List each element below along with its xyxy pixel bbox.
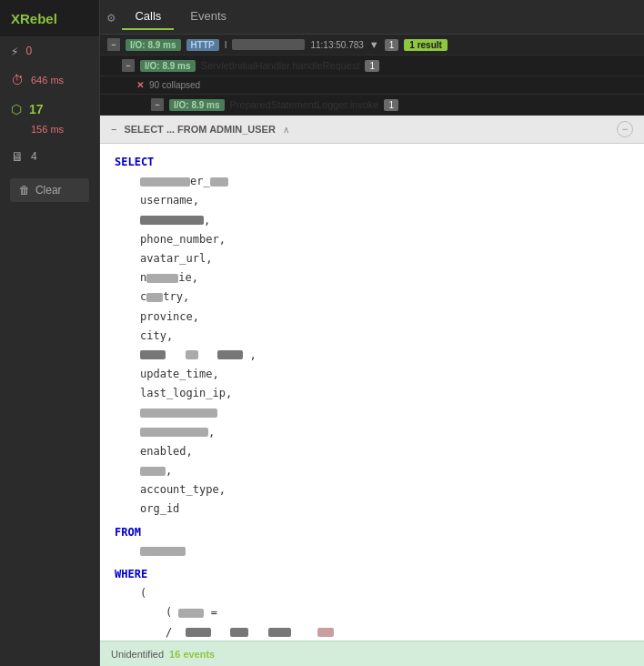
toggle-0[interactable]: − <box>107 38 120 51</box>
collapse-button[interactable]: − <box>617 121 633 137</box>
sql-code: SELECT er_ username, , phone_number, ava… <box>100 144 644 641</box>
handler-1: ServletInitialHandler.handleRequest <box>201 60 360 71</box>
handler-2: PreparedStatementLogger.invoke <box>230 99 379 110</box>
blur-country <box>146 293 163 302</box>
field-invite-time: , <box>115 423 629 442</box>
blur-val-3 <box>268 628 291 637</box>
main-content: ⚙ Calls Events − I/O: 8.9 ms HTTP I 11:1… <box>100 0 644 666</box>
monitor-icon: 🖥 <box>11 149 24 164</box>
field-country: ctry, <box>115 288 629 307</box>
count-0: 1 <box>385 39 399 51</box>
timer-value: 646 ms <box>31 75 64 86</box>
where-values: / <box>115 623 629 641</box>
field-last-login-ip: last_login_ip, <box>115 384 629 403</box>
chevron-icon: ∧ <box>283 125 289 135</box>
logo-x: X <box>11 11 20 26</box>
trace-row-2[interactable]: − I/O: 8.9 ms PreparedStatementLogger.in… <box>100 95 644 116</box>
sidebar-item-database[interactable]: ⬡ 17 156 ms <box>0 95 99 142</box>
database-icon: ⬡ <box>11 102 22 116</box>
badge-http-0: HTTP <box>186 39 219 51</box>
from-table <box>115 542 629 561</box>
field-name: nie, <box>115 268 629 288</box>
clear-label: Clear <box>35 184 62 197</box>
method-initial: I <box>225 40 227 50</box>
db-time-row: 156 ms <box>11 124 64 135</box>
trace-area: − I/O: 8.9 ms HTTP I 11:13:50.783 ▼ 1 1 … <box>100 35 644 641</box>
field-province: province, <box>115 308 629 327</box>
collapsed-label: 90 collapsed <box>149 80 200 90</box>
trace-row-collapsed: ✕ 90 collapsed <box>100 76 644 95</box>
blur-row-2 <box>186 350 198 359</box>
timestamp-0: 11:13:50.783 <box>310 40 363 50</box>
from-keyword: FROM <box>115 523 629 542</box>
blur-small <box>140 467 166 476</box>
sql-panel: − SELECT ... FROM ADMIN_USER ∧ − SELECT … <box>100 116 644 641</box>
field-username: username, <box>115 191 629 210</box>
db-row: ⬡ 17 <box>11 102 44 116</box>
toggle-2[interactable]: − <box>151 98 164 111</box>
field-enabled: enabled, <box>115 442 629 461</box>
logo-text: XRebel <box>11 11 57 26</box>
result-0: 1 result <box>404 39 448 51</box>
blur-where-1 <box>178 609 204 618</box>
blur-val-2 <box>230 628 248 637</box>
where-keyword: WHERE <box>115 565 629 584</box>
field-last-login-time <box>115 403 629 422</box>
sql-header: − SELECT ... FROM ADMIN_USER ∧ − <box>100 116 644 144</box>
toggle-1[interactable]: − <box>122 59 135 72</box>
tab-bar: ⚙ Calls Events <box>100 0 644 35</box>
db-count: 17 <box>29 102 44 116</box>
tab-events[interactable]: Events <box>177 4 239 30</box>
calls-icon: ⚙ <box>107 10 115 25</box>
lightning-badge: 0 <box>25 45 32 57</box>
tab-calls[interactable]: Calls <box>122 4 174 30</box>
sidebar-item-timer[interactable]: ⏱ 646 ms <box>0 66 99 95</box>
field-avatar: avatar_url, <box>115 249 629 268</box>
dropdown-icon: ▼ <box>369 39 379 50</box>
sql-header-label: SELECT ... FROM ADMIN_USER <box>124 124 275 135</box>
blur-row-1 <box>140 350 166 359</box>
clear-button[interactable]: 🗑 Clear <box>10 178 89 202</box>
db-time: 156 ms <box>31 124 64 135</box>
badge-io-1: I/O: 8.9 ms <box>140 60 196 72</box>
sql-toggle[interactable]: − <box>111 124 116 135</box>
select-keyword: SELECT <box>115 153 629 172</box>
footer-events-count: 16 events <box>169 649 215 660</box>
sidebar: XRebel ⚡ 0 ⏱ 646 ms ⬡ 17 156 ms 🖥 4 🗑 Cl… <box>0 0 100 666</box>
field-blurred-row: , <box>115 346 629 365</box>
field-user-id: er_ <box>115 172 629 191</box>
field-org-id: org_id <box>115 500 629 519</box>
blur-row-3 <box>217 350 243 359</box>
monitor-count: 4 <box>31 150 37 163</box>
field-small-blur: , <box>115 461 629 480</box>
url-blur-0 <box>232 39 305 50</box>
field-update-time: update_time, <box>115 365 629 384</box>
blur-id-suffix <box>210 177 228 187</box>
x-marker: ✕ <box>136 80 144 90</box>
count-1: 1 <box>365 60 379 72</box>
timer-icon: ⏱ <box>11 73 24 87</box>
badge-io-0: I/O: 8.9 ms <box>126 39 181 51</box>
blur-val-red <box>317 628 334 637</box>
trash-icon: 🗑 <box>19 184 30 197</box>
trace-row-1[interactable]: − I/O: 8.9 ms ServletInitialHandler.hand… <box>100 56 644 76</box>
blur-table <box>140 547 186 556</box>
where-inner: ( = <box>115 603 629 622</box>
trace-row-0[interactable]: − I/O: 8.9 ms HTTP I 11:13:50.783 ▼ 1 1 … <box>100 35 644 56</box>
sidebar-item-lightning[interactable]: ⚡ 0 <box>0 36 99 66</box>
field-city: city, <box>115 327 629 346</box>
sidebar-item-monitor[interactable]: 🖥 4 <box>0 142 99 171</box>
field-account-type: account_type, <box>115 480 629 500</box>
logo: XRebel <box>0 0 99 36</box>
field-phone: phone_number, <box>115 230 629 249</box>
blur-password <box>140 216 204 225</box>
blur-name <box>146 274 178 283</box>
footer: Unidentified 16 events <box>100 641 644 666</box>
blur-invite-time <box>140 428 208 437</box>
where-open: ( <box>115 584 629 603</box>
field-password: , <box>115 211 629 230</box>
blur-user-id <box>140 177 190 187</box>
count-2: 1 <box>384 99 398 111</box>
lightning-icon: ⚡ <box>11 44 18 58</box>
blur-last-login-time <box>140 409 217 418</box>
